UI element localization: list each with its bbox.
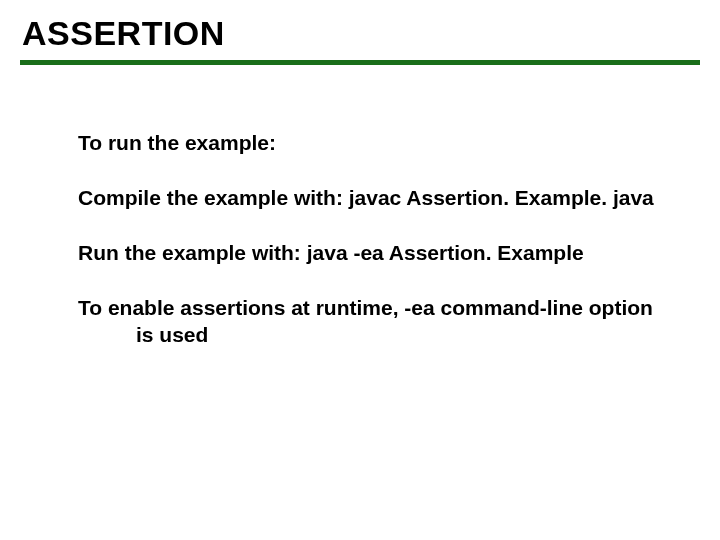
paragraph-intro: To run the example: [78, 130, 658, 157]
slide-body: To run the example: Compile the example … [78, 130, 658, 376]
slide-title: ASSERTION [22, 14, 225, 53]
slide: ASSERTION To run the example: Compile th… [0, 0, 720, 540]
paragraph-enable: To enable assertions at runtime, -ea com… [78, 295, 658, 349]
paragraph-run: Run the example with: java -ea Assertion… [78, 240, 658, 267]
paragraph-compile: Compile the example with: javac Assertio… [78, 185, 658, 212]
title-underline [20, 60, 700, 65]
